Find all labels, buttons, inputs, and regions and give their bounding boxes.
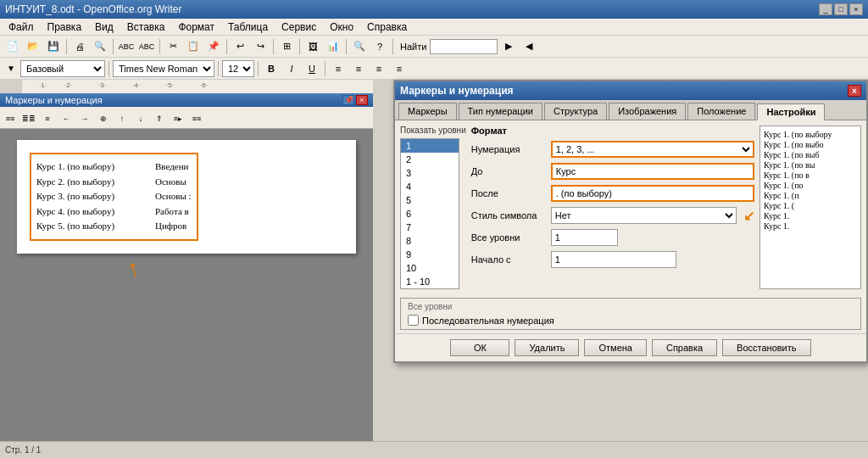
font-select[interactable]: Times New Roman	[113, 60, 214, 77]
underline-button[interactable]: U	[303, 60, 321, 77]
menu-file[interactable]: Файл	[3, 20, 39, 34]
main-content: ·1· ·2· ·3· ·4· ·5· ·6· Маркеры и нумера…	[0, 80, 868, 458]
find-label: Найти	[400, 42, 426, 52]
nachalo-input[interactable]	[551, 251, 676, 268]
close-button[interactable]: ×	[849, 3, 863, 15]
minimize-button[interactable]: _	[819, 3, 832, 15]
menu-tools[interactable]: Сервис	[276, 20, 321, 34]
align-justify[interactable]: ≡	[390, 60, 409, 77]
dialog-close-button[interactable]: ×	[848, 85, 861, 97]
menu-format[interactable]: Формат	[173, 20, 220, 34]
tab-position[interactable]: Положение	[687, 103, 755, 120]
bullets-toolbar: ≡≡ ≣≣ ≡ ← → ⊕ ↑ ↓ ⇑ ≡▸ ≡≡	[0, 109, 373, 128]
menubar: Файл Правка Вид Вставка Формат Таблица С…	[0, 19, 868, 36]
zoom-button[interactable]: 🔍	[350, 38, 369, 55]
ok-button[interactable]: ОК	[450, 339, 509, 356]
bullets-btn-10[interactable]: ≡▸	[170, 111, 186, 126]
vse-urovni-section-title: Все уровни	[408, 302, 854, 311]
panel-close[interactable]: ×	[356, 95, 368, 105]
delete-button[interactable]: Удалить	[515, 339, 579, 356]
stil-select[interactable]: Нет	[551, 207, 737, 224]
undo-button[interactable]: ↩	[231, 38, 249, 55]
align-left[interactable]: ≡	[329, 60, 348, 77]
tab-structure[interactable]: Структура	[544, 103, 607, 120]
bullets-btn-7[interactable]: ↑	[114, 111, 131, 126]
level-item-6[interactable]: 6	[401, 207, 459, 221]
menu-help[interactable]: Справка	[362, 20, 412, 34]
align-right[interactable]: ≡	[370, 60, 388, 77]
maximize-button[interactable]: □	[834, 3, 848, 15]
bullets-btn-9[interactable]: ⇑	[151, 111, 168, 126]
level-item-1[interactable]: 1	[401, 139, 459, 153]
stil-label: Стиль символа	[471, 210, 548, 221]
bullets-btn-1[interactable]: ≡≡	[2, 111, 19, 126]
level-item-7[interactable]: 7	[401, 221, 459, 234]
preview-button[interactable]: 🔍	[91, 38, 109, 55]
insert-chart[interactable]: 📊	[324, 38, 342, 55]
paste-button[interactable]: 📌	[204, 38, 223, 55]
cut-button[interactable]: ✂	[164, 38, 182, 55]
bullets-panel-titlebar: Маркеры и нумерация 📌 ×	[0, 93, 373, 107]
bullets-btn-8[interactable]: ↓	[132, 111, 149, 126]
new-button[interactable]: 📄	[3, 38, 22, 55]
bold-button[interactable]: B	[262, 60, 281, 77]
list-num-5: Курс 5. (по выбору)	[36, 219, 138, 234]
level-section: Показать уровни 1 2 3 4 5 6 7 8 9 10 1 -…	[400, 126, 466, 289]
menu-table[interactable]: Таблица	[223, 20, 273, 34]
level-item-5[interactable]: 5	[401, 193, 459, 207]
find-next[interactable]: ▶	[499, 38, 518, 55]
print-button[interactable]: 🖨	[70, 38, 89, 55]
spellcheck2-button[interactable]: ABC	[137, 38, 156, 55]
vse-urovni-input[interactable]	[551, 229, 618, 246]
posl-checkbox[interactable]	[408, 315, 419, 326]
panel-attach[interactable]: 📌	[342, 95, 354, 105]
bullets-btn-5[interactable]: →	[76, 111, 93, 126]
tab-settings[interactable]: Настройки	[757, 103, 825, 120]
restore-button[interactable]: Восстановить	[722, 339, 810, 356]
menu-edit[interactable]: Правка	[42, 20, 87, 34]
menu-view[interactable]: Вид	[90, 20, 119, 34]
do-input[interactable]	[551, 163, 754, 180]
level-item-4[interactable]: 4	[401, 180, 459, 193]
find-prev[interactable]: ◀	[520, 38, 538, 55]
doc-container: Маркеры и нумерация 📌 × ≡≡ ≣≣ ≡ ← → ⊕ ↑ …	[0, 93, 373, 458]
save-button[interactable]: 💾	[44, 38, 63, 55]
copy-button[interactable]: 📋	[184, 38, 203, 55]
table-button[interactable]: ⊞	[277, 38, 296, 55]
menu-window[interactable]: Окно	[325, 20, 359, 34]
posle-input[interactable]	[551, 185, 754, 202]
help-button[interactable]: ?	[370, 38, 389, 55]
level-item-8[interactable]: 8	[401, 234, 459, 248]
cancel-button[interactable]: Отмена	[584, 339, 646, 356]
redo-button[interactable]: ↪	[251, 38, 270, 55]
level-item-3[interactable]: 3	[401, 166, 459, 180]
numeraciya-select[interactable]: 1, 2, 3, ...	[551, 141, 754, 158]
list-num-1: Курс 1. (по выбору)	[36, 159, 138, 175]
menu-insert[interactable]: Вставка	[122, 20, 170, 34]
help-button[interactable]: Справка	[652, 339, 717, 356]
size-select[interactable]: 12	[222, 60, 254, 77]
preview-2: Курс 1. (по выбо	[764, 140, 857, 149]
bullets-btn-4[interactable]: ←	[58, 111, 75, 126]
level-list: 1 2 3 4 5 6 7 8 9 10 1 - 10	[400, 138, 459, 289]
style-select[interactable]: Базовый	[20, 60, 105, 77]
bullets-btn-6[interactable]: ⊕	[95, 111, 112, 126]
align-center[interactable]: ≡	[349, 60, 368, 77]
italic-button[interactable]: I	[282, 60, 301, 77]
bullets-btn-2[interactable]: ≣≣	[20, 111, 37, 126]
tab-images[interactable]: Изображения	[609, 103, 686, 120]
bullets-btn-11[interactable]: ≡≡	[188, 111, 205, 126]
insert-image[interactable]: 🖼	[303, 38, 322, 55]
preview-1: Курс 1. (по выбору	[764, 130, 857, 139]
level-item-9[interactable]: 9	[401, 248, 459, 261]
open-button[interactable]: 📂	[24, 38, 42, 55]
show-levels-label: Показать уровни	[400, 126, 466, 135]
level-item-2[interactable]: 2	[401, 153, 459, 166]
level-item-10[interactable]: 10	[401, 261, 459, 275]
bullets-btn-3[interactable]: ≡	[39, 111, 56, 126]
level-item-1-10[interactable]: 1 - 10	[401, 275, 459, 288]
find-input[interactable]	[430, 39, 498, 54]
spellcheck-button[interactable]: ABC	[117, 38, 136, 55]
tab-numbering-type[interactable]: Тип нумерации	[459, 103, 542, 120]
tab-markers[interactable]: Маркеры	[398, 103, 457, 120]
